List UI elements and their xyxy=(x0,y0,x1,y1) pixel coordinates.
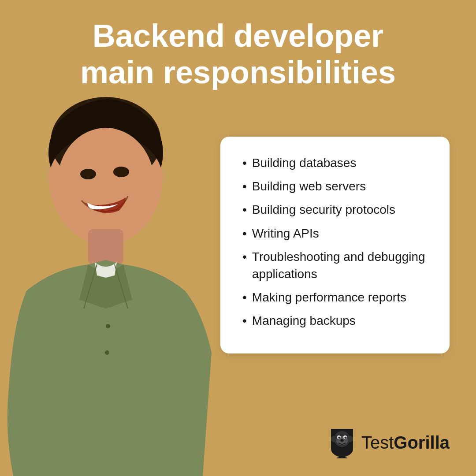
svg-point-12 xyxy=(347,436,353,442)
brand-bold: Gorilla xyxy=(394,433,450,452)
svg-point-3 xyxy=(80,169,96,179)
responsibilities-card: Building databasesBuilding web serversBu… xyxy=(220,137,450,353)
person-photo xyxy=(0,79,229,476)
responsibilities-list: Building databasesBuilding web serversBu… xyxy=(242,154,428,330)
svg-rect-5 xyxy=(88,229,123,264)
svg-point-19 xyxy=(340,439,341,441)
svg-point-20 xyxy=(342,439,344,441)
svg-rect-22 xyxy=(337,457,347,458)
svg-point-17 xyxy=(344,437,346,439)
responsibility-item-6: Making performance reports xyxy=(242,289,428,306)
brand-name: TestGorilla xyxy=(361,433,450,453)
svg-point-9 xyxy=(105,350,109,355)
title-line2: main responsibilities xyxy=(80,55,396,90)
gorilla-icon xyxy=(329,427,355,458)
branding-area: TestGorilla xyxy=(329,427,450,458)
main-canvas: Backend developer main responsibilities xyxy=(0,0,476,476)
svg-point-4 xyxy=(113,167,129,177)
brand-light: Test xyxy=(361,433,394,452)
responsibility-item-7: Managing backups xyxy=(242,312,428,329)
svg-point-11 xyxy=(331,436,337,442)
svg-point-2 xyxy=(57,128,154,238)
svg-point-8 xyxy=(106,324,110,328)
svg-point-16 xyxy=(338,437,340,439)
responsibility-item-5: Troubleshooting and debugging applicatio… xyxy=(242,248,428,283)
responsibility-item-2: Building web servers xyxy=(242,178,428,195)
responsibility-item-4: Writing APIs xyxy=(242,225,428,242)
title-area: Backend developer main responsibilities xyxy=(0,18,476,91)
main-title: Backend developer main responsibilities xyxy=(0,18,476,91)
responsibility-item-3: Building security protocols xyxy=(242,201,428,218)
responsibility-item-1: Building databases xyxy=(242,154,428,171)
title-line1: Backend developer xyxy=(93,18,383,53)
